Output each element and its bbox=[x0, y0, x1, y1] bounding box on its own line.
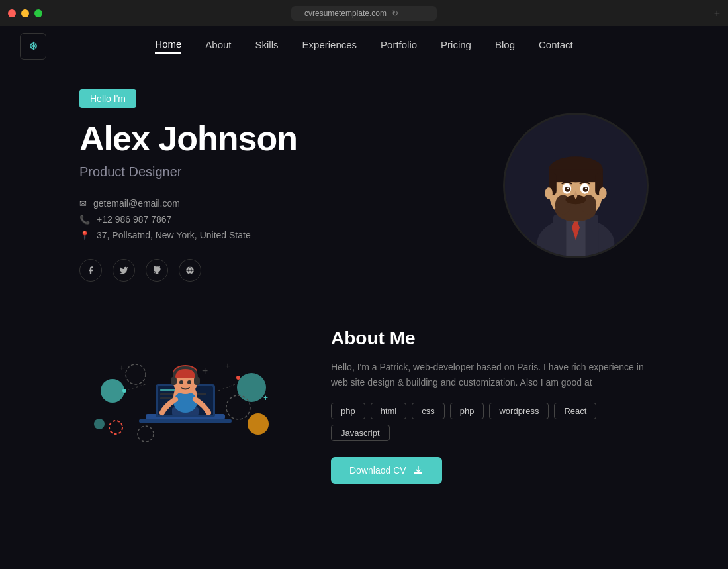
hero-left: Hello I'm Alex Johnson Product Designer … bbox=[79, 89, 450, 282]
traffic-lights bbox=[8, 9, 42, 17]
tag-html: html bbox=[371, 403, 407, 419]
main-nav: ❄ Home About Skills Experiences Portfoli… bbox=[0, 26, 728, 63]
svg-point-22 bbox=[585, 187, 587, 189]
phone-row: 📞 +12 986 987 7867 bbox=[79, 214, 450, 225]
email-icon: ✉ bbox=[79, 199, 87, 209]
svg-line-53 bbox=[218, 384, 235, 391]
new-tab-button[interactable]: + bbox=[714, 7, 720, 19]
svg-point-46 bbox=[248, 413, 269, 435]
svg-point-35 bbox=[173, 391, 197, 413]
svg-point-50 bbox=[138, 426, 154, 442]
minimize-button[interactable] bbox=[21, 9, 29, 17]
svg-point-41 bbox=[179, 380, 183, 384]
svg-rect-38 bbox=[173, 372, 197, 378]
about-title: About Me bbox=[331, 328, 649, 349]
tag-react: React bbox=[554, 403, 596, 419]
svg-point-54 bbox=[236, 376, 240, 380]
svg-point-52 bbox=[122, 389, 126, 393]
phone-icon: 📞 bbox=[79, 215, 90, 225]
hello-badge: Hello I'm bbox=[79, 89, 136, 108]
svg-point-43 bbox=[101, 379, 124, 403]
close-button[interactable] bbox=[8, 9, 16, 17]
nav-about[interactable]: About bbox=[205, 39, 231, 53]
address-row: 📍 37, Pollsatnd, New York, United State bbox=[79, 230, 450, 240]
window-chrome: cvresumetemplate.com ↻ + bbox=[0, 0, 728, 26]
svg-point-47 bbox=[94, 419, 105, 429]
nav-skills[interactable]: Skills bbox=[255, 39, 279, 53]
nav-contact[interactable]: Contact bbox=[539, 39, 573, 53]
github-icon[interactable] bbox=[146, 259, 168, 282]
nav-portfolio[interactable]: Portfolio bbox=[381, 39, 417, 53]
nav-experiences[interactable]: Experiences bbox=[302, 39, 357, 53]
hero-photo bbox=[503, 113, 649, 258]
nav-logo[interactable]: ❄ bbox=[20, 33, 46, 60]
skill-tags: php html css php wordpress React Javascr… bbox=[331, 403, 649, 441]
about-section: + + + + About Me Hello, I'm a Patrick, w… bbox=[0, 295, 728, 484]
url-text: cvresumetemplate.com bbox=[304, 9, 387, 18]
svg-text:+: + bbox=[263, 393, 268, 403]
twitter-icon[interactable] bbox=[113, 259, 135, 282]
svg-point-45 bbox=[237, 373, 266, 402]
about-text: Hello, I'm a Patrick, web-developer base… bbox=[331, 360, 649, 389]
email-value: getemail@email.com bbox=[93, 198, 180, 209]
nav-home[interactable]: Home bbox=[155, 38, 181, 54]
hero-section: Hello I'm Alex Johnson Product Designer … bbox=[0, 63, 728, 282]
svg-point-48 bbox=[126, 364, 146, 384]
address-bar[interactable]: cvresumetemplate.com ↻ bbox=[291, 6, 437, 21]
download-cv-button[interactable]: Downlaod CV bbox=[331, 457, 442, 484]
phone-value: +12 986 987 7867 bbox=[97, 214, 171, 225]
svg-text:+: + bbox=[225, 360, 230, 371]
nav-blog[interactable]: Blog bbox=[495, 39, 515, 53]
globe-icon[interactable] bbox=[179, 259, 201, 282]
location-icon: 📍 bbox=[79, 231, 90, 240]
svg-point-21 bbox=[567, 187, 569, 189]
tag-css: css bbox=[412, 403, 445, 419]
about-right: About Me Hello, I'm a Patrick, web-devel… bbox=[331, 321, 649, 484]
svg-point-49 bbox=[226, 395, 250, 419]
download-icon bbox=[413, 465, 424, 476]
nav-pricing[interactable]: Pricing bbox=[441, 39, 471, 53]
fullscreen-button[interactable] bbox=[34, 9, 42, 17]
svg-text:+: + bbox=[119, 362, 124, 373]
website-content: ❄ Home About Skills Experiences Portfoli… bbox=[0, 26, 728, 569]
download-label: Downlaod CV bbox=[349, 465, 406, 476]
tag-php2: php bbox=[450, 403, 484, 419]
tag-wordpress: wordpress bbox=[489, 403, 549, 419]
svg-point-44 bbox=[109, 421, 122, 434]
svg-rect-39 bbox=[171, 377, 177, 385]
email-row: ✉ getemail@email.com bbox=[79, 198, 450, 209]
logo-icon: ❄ bbox=[28, 39, 38, 54]
facebook-icon[interactable] bbox=[79, 259, 102, 282]
hero-name: Alex Johnson bbox=[79, 120, 450, 158]
svg-rect-26 bbox=[139, 419, 232, 423]
address-value: 37, Pollsatnd, New York, United State bbox=[97, 230, 251, 240]
svg-text:+: + bbox=[202, 365, 208, 376]
svg-point-24 bbox=[599, 187, 607, 199]
svg-rect-40 bbox=[194, 377, 200, 385]
social-icons bbox=[79, 259, 450, 282]
about-illustration: + + + + bbox=[79, 321, 291, 454]
tag-javascript: Javascript bbox=[331, 425, 390, 441]
contact-info: ✉ getemail@email.com 📞 +12 986 987 7867 … bbox=[79, 198, 450, 240]
svg-point-23 bbox=[545, 187, 553, 199]
svg-line-51 bbox=[124, 384, 146, 391]
svg-rect-10 bbox=[549, 170, 603, 182]
tag-php: php bbox=[331, 403, 365, 419]
reload-icon[interactable]: ↻ bbox=[392, 9, 398, 18]
hero-title: Product Designer bbox=[79, 164, 450, 180]
svg-point-42 bbox=[187, 380, 191, 384]
profile-photo bbox=[503, 113, 649, 258]
